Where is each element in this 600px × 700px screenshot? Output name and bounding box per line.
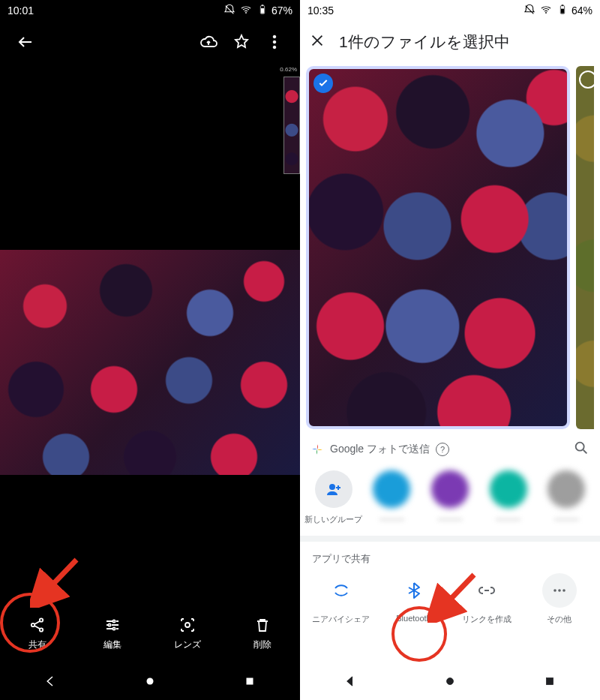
share-button[interactable]: 共有 bbox=[8, 616, 68, 651]
svg-point-13 bbox=[112, 627, 115, 629]
nav-back[interactable] bbox=[44, 674, 57, 691]
thumb-zoom-badge: 0.62% bbox=[280, 66, 297, 73]
selected-thumbnail[interactable] bbox=[306, 66, 570, 429]
main-photo[interactable] bbox=[0, 250, 300, 475]
link-icon bbox=[470, 573, 504, 608]
app-nearby-share[interactable]: ニアバイシェア bbox=[304, 573, 377, 625]
svg-point-15 bbox=[146, 678, 153, 685]
svg-point-14 bbox=[185, 623, 190, 627]
help-icon[interactable]: ? bbox=[436, 443, 449, 456]
svg-point-4 bbox=[273, 35, 276, 38]
status-bar: 10:01 67% bbox=[0, 0, 300, 21]
delete-label: 削除 bbox=[254, 638, 272, 651]
svg-point-21 bbox=[576, 443, 584, 451]
bluetooth-icon bbox=[397, 573, 431, 608]
svg-rect-3 bbox=[261, 8, 264, 14]
wifi-icon bbox=[236, 4, 252, 18]
system-nav-bar bbox=[0, 665, 300, 700]
svg-point-22 bbox=[329, 484, 335, 490]
photo-viewer-screen: 10:01 67% bbox=[0, 0, 300, 700]
nav-home[interactable] bbox=[443, 674, 457, 691]
svg-point-26 bbox=[446, 678, 453, 685]
dnd-icon bbox=[219, 4, 236, 18]
lens-label: レンズ bbox=[174, 638, 201, 651]
new-group-label: 新しいグループ bbox=[304, 514, 362, 525]
close-button[interactable] bbox=[309, 32, 326, 52]
share-label: 共有 bbox=[28, 638, 46, 651]
status-time: 10:35 bbox=[308, 5, 334, 17]
selection-app-bar: 1件のファイルを選択中 bbox=[300, 21, 600, 63]
wifi-icon bbox=[536, 4, 552, 18]
share-sheet-header: Google フォトで送信 ? bbox=[300, 440, 600, 458]
svg-point-8 bbox=[32, 623, 34, 626]
battery-icon bbox=[252, 4, 268, 18]
unselected-circle-icon bbox=[579, 71, 597, 89]
more-icon bbox=[542, 573, 577, 608]
favorite-star-button[interactable] bbox=[225, 33, 258, 51]
filmstrip-peek[interactable] bbox=[284, 77, 300, 174]
send-with-photos-label[interactable]: Google フォトで送信 bbox=[330, 443, 430, 456]
viewer-app-bar bbox=[0, 21, 300, 63]
app-share-row: ニアバイシェア Bluetooth リンクを作成 bbox=[300, 570, 600, 632]
bluetooth-label: Bluetooth bbox=[396, 614, 430, 623]
svg-rect-27 bbox=[547, 678, 554, 685]
status-bar: 10:35 64% bbox=[300, 0, 600, 21]
contact-suggested-3[interactable]: ——— bbox=[479, 470, 538, 525]
cloud-upload-button[interactable] bbox=[192, 33, 225, 51]
dnd-icon bbox=[519, 4, 536, 18]
contact-new-group[interactable]: 新しいグループ bbox=[304, 470, 363, 525]
link-label: リンクを作成 bbox=[462, 614, 512, 625]
status-battery-pct: 67% bbox=[272, 5, 292, 17]
delete-button[interactable]: 削除 bbox=[232, 616, 292, 651]
svg-rect-19 bbox=[562, 5, 564, 5]
contact-row: 新しいグループ ——— ——— ——— ——— bbox=[300, 458, 600, 536]
contact-suggested-4[interactable]: ——— bbox=[537, 470, 596, 525]
section-divider bbox=[300, 536, 600, 542]
edit-label: 編集 bbox=[104, 638, 122, 651]
nav-home[interactable] bbox=[143, 674, 157, 691]
app-share-section-title: アプリで共有 bbox=[300, 542, 600, 570]
nav-recent[interactable] bbox=[243, 674, 256, 691]
svg-point-9 bbox=[40, 618, 43, 621]
nearby-share-icon bbox=[324, 573, 358, 608]
svg-point-0 bbox=[245, 12, 247, 14]
selected-check-icon bbox=[314, 74, 333, 93]
share-sheet: Google フォトで送信 ? 新しいグループ ——— ——— ——— ——— bbox=[300, 429, 600, 665]
battery-icon bbox=[552, 4, 568, 18]
svg-point-17 bbox=[545, 12, 547, 14]
svg-point-24 bbox=[558, 589, 561, 592]
system-nav-bar bbox=[300, 665, 600, 700]
google-photos-icon bbox=[310, 443, 324, 456]
svg-rect-2 bbox=[262, 5, 264, 5]
new-group-icon bbox=[315, 470, 352, 508]
svg-point-23 bbox=[554, 589, 556, 592]
contact-suggested-1[interactable]: ——— bbox=[363, 470, 422, 525]
svg-point-6 bbox=[273, 46, 276, 49]
selection-title: 1件のファイルを選択中 bbox=[339, 32, 510, 53]
next-thumbnail-peek[interactable] bbox=[576, 66, 594, 429]
status-time: 10:01 bbox=[8, 5, 34, 17]
svg-point-5 bbox=[273, 41, 276, 44]
status-battery-pct: 64% bbox=[572, 5, 592, 17]
svg-rect-20 bbox=[561, 8, 564, 13]
lens-button[interactable]: レンズ bbox=[158, 616, 218, 651]
more-menu-button[interactable] bbox=[258, 33, 291, 51]
svg-point-12 bbox=[108, 623, 110, 626]
share-select-screen: 10:35 64% 1件のファイルを選択中 bbox=[300, 0, 600, 700]
selection-thumbnails[interactable] bbox=[300, 63, 600, 429]
edit-button[interactable]: 編集 bbox=[82, 616, 142, 651]
viewer-action-bar: 共有 編集 レンズ 削除 bbox=[0, 601, 300, 665]
nav-recent[interactable] bbox=[543, 674, 556, 691]
search-button[interactable] bbox=[573, 440, 590, 458]
app-more[interactable]: その他 bbox=[523, 573, 596, 625]
app-bluetooth[interactable]: Bluetooth bbox=[377, 573, 450, 625]
svg-point-10 bbox=[40, 628, 43, 631]
svg-rect-16 bbox=[247, 678, 254, 685]
nearby-label: ニアバイシェア bbox=[312, 614, 370, 625]
back-button[interactable] bbox=[9, 33, 42, 51]
contact-suggested-2[interactable]: ——— bbox=[421, 470, 479, 525]
app-create-link[interactable]: リンクを作成 bbox=[450, 573, 523, 625]
svg-point-11 bbox=[112, 620, 115, 622]
photo-viewport[interactable]: 0.62% bbox=[0, 63, 300, 601]
nav-back[interactable] bbox=[344, 674, 357, 691]
